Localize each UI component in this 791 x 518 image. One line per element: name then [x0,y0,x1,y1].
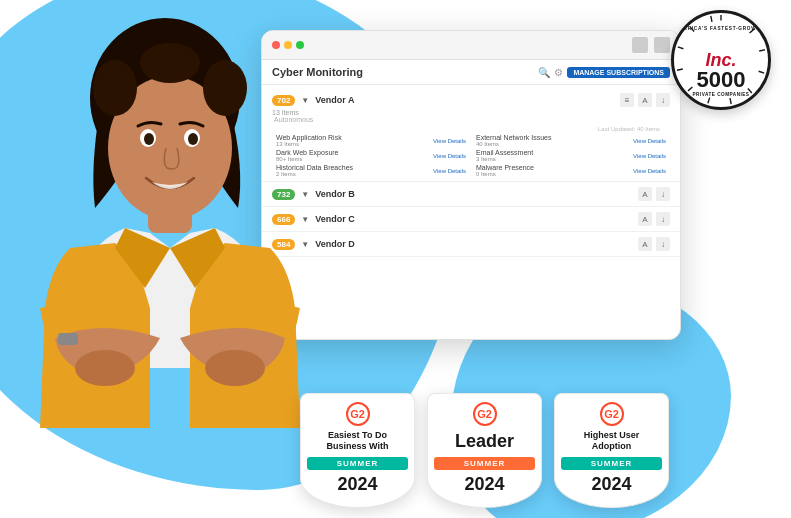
inc-circle: AMERICA'S FASTEST-GROWING PRIVATE COMPAN… [671,10,771,110]
svg-line-9 [678,47,684,49]
risk-email: Email Assessment 3 Items View Details [476,149,666,162]
g2-logo-2: G2 [473,402,497,426]
action-btn-3[interactable]: ↓ [656,93,670,107]
risk-malware: Malware Presence 0 Items View Details [476,164,666,177]
svg-point-24 [93,60,137,116]
manage-subscriptions-btn[interactable]: MANAGE SUBSCRIPTIONS [567,67,670,78]
vendor-b-actions: A ↓ [638,187,670,201]
g2-adoption-season: SUMMER [561,457,662,470]
svg-line-11 [709,16,713,22]
g2-leader-text: Leader [455,430,514,453]
vendor-c-actions: A ↓ [638,212,670,226]
g2-logo-1: G2 [346,402,370,426]
vendor-d-action-1[interactable]: A [638,237,652,251]
svg-point-26 [140,43,200,83]
svg-line-8 [677,67,683,71]
svg-point-19 [144,133,154,145]
g2-badge-adoption: G2 Highest UserAdoption SUMMER 2024 [554,393,669,508]
g2-badge-easiest: G2 Easiest To DoBusiness With SUMMER 202… [300,393,415,508]
svg-rect-23 [58,333,78,345]
action-btn-2[interactable]: A [638,93,652,107]
svg-text:AMERICA'S FASTEST-GROWING: AMERICA'S FASTEST-GROWING [675,26,767,31]
vendor-b-action-1[interactable]: A [638,187,652,201]
risk-external: External Network Issues 40 Items View De… [476,134,666,147]
svg-point-21 [75,350,135,386]
svg-text:PRIVATE COMPANIES: PRIVATE COMPANIES [693,92,750,97]
g2-adoption-text: Highest UserAdoption [584,430,640,453]
inc-5000-number: 5000 [697,69,746,91]
g2-easiest-season: SUMMER [307,457,408,470]
svg-line-3 [759,71,765,73]
g2-leader-year: 2024 [464,474,504,495]
dash-icon-2 [654,37,670,53]
g2-easiest-text: Easiest To DoBusiness With [327,430,389,453]
vendor-c-action-2[interactable]: ↓ [656,212,670,226]
vendor-c-action-1[interactable]: A [638,212,652,226]
svg-line-2 [759,48,765,52]
vendor-d-action-2[interactable]: ↓ [656,237,670,251]
vendor-d-actions: A ↓ [638,237,670,251]
g2-badges-row: G2 Easiest To DoBusiness With SUMMER 202… [300,393,669,508]
svg-point-22 [205,350,265,386]
svg-point-20 [188,133,198,145]
g2-logo-3: G2 [600,402,624,426]
vendor-a-actions: ≡ A ↓ [620,93,670,107]
svg-line-6 [708,98,710,104]
g2-adoption-year: 2024 [591,474,631,495]
inc-5000-badge: AMERICA'S FASTEST-GROWING PRIVATE COMPAN… [671,10,771,110]
vendor-b-action-2[interactable]: ↓ [656,187,670,201]
svg-line-5 [728,98,732,104]
svg-point-25 [203,60,247,116]
dash-icon-1 [632,37,648,53]
dash-icons [632,37,670,53]
g2-badge-leader: G2 Leader SUMMER 2024 [427,393,542,508]
g2-easiest-year: 2024 [337,474,377,495]
g2-leader-season: SUMMER [434,457,535,470]
action-btn-1[interactable]: ≡ [620,93,634,107]
